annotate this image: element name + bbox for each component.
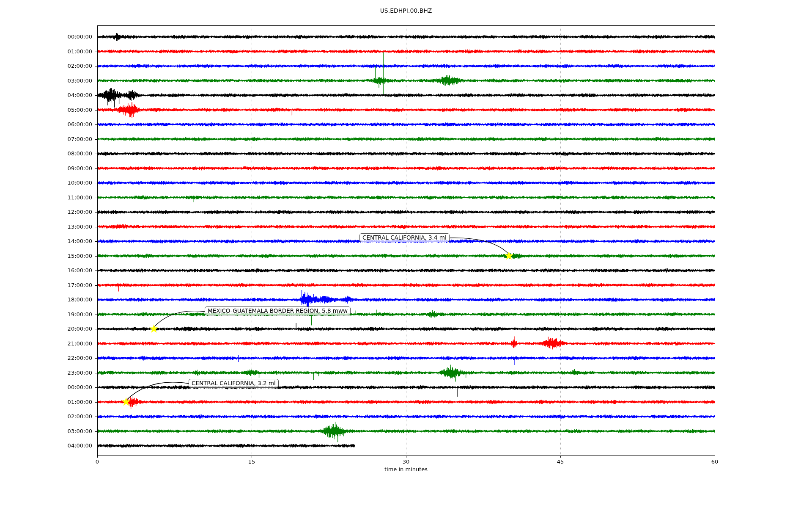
y-axis-label: 08:00:00 <box>57 150 92 157</box>
x-axis-label: time in minutes <box>97 466 715 472</box>
x-tick-label: 15 <box>248 458 255 465</box>
y-axis-label: 05:00:00 <box>57 107 92 113</box>
y-axis-label: 18:00:00 <box>57 296 92 303</box>
annotation-label: CENTRAL CALIFORNIA, 3.2 ml <box>189 379 279 388</box>
y-axis-label: 01:00:00 <box>57 48 92 55</box>
y-axis-label: 02:00:00 <box>57 63 92 69</box>
y-axis-label: 02:00:00 <box>57 413 92 420</box>
y-axis-label: 14:00:00 <box>57 238 92 245</box>
y-axis-label: 11:00:00 <box>57 194 92 201</box>
y-axis-label: 17:00:00 <box>57 282 92 289</box>
y-axis-label: 13:00:00 <box>57 224 92 230</box>
plot-title: US.EDHPI.00.BHZ <box>97 7 715 14</box>
y-axis-label: 16:00:00 <box>57 267 92 274</box>
x-tick-label: 45 <box>557 458 564 465</box>
annotation-label: MEXICO-GUATEMALA BORDER REGION, 5.8 mww <box>205 306 351 315</box>
y-axis-label: 06:00:00 <box>57 121 92 128</box>
y-axis-label: 20:00:00 <box>57 326 92 332</box>
y-axis-label: 07:00:00 <box>57 136 92 143</box>
y-axis-label: 23:00:00 <box>57 370 92 376</box>
y-axis-label: 21:00:00 <box>57 340 92 347</box>
y-axis-label: 00:00:00 <box>57 384 92 391</box>
y-axis-label: 04:00:00 <box>57 442 92 449</box>
y-axis-label: 19:00:00 <box>57 311 92 318</box>
seismogram-canvas <box>0 0 812 508</box>
x-tick-label: 60 <box>711 458 719 465</box>
y-axis-label: 10:00:00 <box>57 179 92 186</box>
y-axis-label: 01:00:00 <box>57 399 92 406</box>
y-axis-label: 03:00:00 <box>57 428 92 435</box>
y-axis-label: 15:00:00 <box>57 253 92 260</box>
annotation-label: CENTRAL CALIFORNIA, 3.4 ml <box>359 233 450 242</box>
x-tick-label: 0 <box>96 458 99 465</box>
y-axis-label: 12:00:00 <box>57 209 92 215</box>
y-axis-label: 09:00:00 <box>57 165 92 172</box>
y-axis-label: 03:00:00 <box>57 77 92 84</box>
y-axis-label: 04:00:00 <box>57 92 92 99</box>
y-axis-label: 22:00:00 <box>57 355 92 362</box>
x-tick-label: 30 <box>403 458 410 465</box>
y-axis-label: 00:00:00 <box>57 33 92 40</box>
seismogram-window: US.EDHPI.00.BHZ time in minutes 00:00:00… <box>0 0 812 508</box>
